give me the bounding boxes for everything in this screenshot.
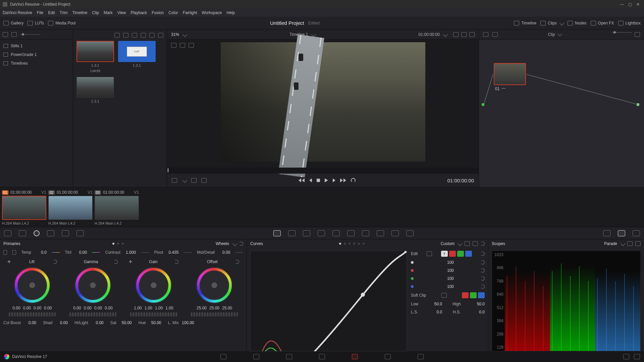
still-thumb[interactable]: 1.3.1 Leicht bbox=[76, 41, 114, 73]
hue-field[interactable]: Hue50.00 bbox=[139, 320, 161, 325]
more-icon[interactable] bbox=[158, 33, 163, 38]
chevron-down-icon[interactable] bbox=[232, 241, 237, 246]
menu-item[interactable]: Fairlight bbox=[183, 10, 197, 15]
play-button[interactable] bbox=[325, 178, 328, 182]
crosshair-icon[interactable]: ✛ bbox=[129, 259, 132, 264]
gamma-jog[interactable] bbox=[69, 312, 116, 316]
chevron-down-icon[interactable] bbox=[311, 32, 316, 37]
menu-item[interactable]: Help bbox=[226, 10, 235, 15]
reset-icon[interactable] bbox=[239, 242, 243, 246]
cut-page-icon[interactable] bbox=[253, 354, 259, 359]
clip-item[interactable]: 0101:00:00:00V1 H.264 Main L4.2 bbox=[2, 190, 46, 224]
colorchecker-icon[interactable] bbox=[19, 230, 26, 236]
keyframe-icon[interactable] bbox=[603, 230, 610, 236]
viewer-timecode[interactable]: 01:00:00:00 bbox=[419, 32, 440, 37]
gamma-wheel[interactable] bbox=[74, 267, 111, 304]
chevron-down-icon[interactable] bbox=[458, 241, 463, 246]
temp-field[interactable]: Temp0.0 bbox=[21, 250, 47, 255]
chevron-down-icon[interactable] bbox=[182, 32, 187, 37]
scopes-mode[interactable]: Parade bbox=[604, 241, 617, 246]
offset-wheel[interactable] bbox=[196, 267, 233, 304]
warper-icon[interactable] bbox=[288, 230, 296, 236]
unmix-icon[interactable] bbox=[191, 178, 197, 183]
blur-icon[interactable] bbox=[362, 230, 369, 236]
gamma-values[interactable]: 0.000.000.000.00 bbox=[73, 306, 112, 310]
lift-wheel[interactable] bbox=[14, 267, 51, 304]
gain-jog[interactable] bbox=[130, 312, 177, 316]
lmix-field[interactable]: L. Mix100.00 bbox=[168, 320, 194, 325]
contrast-field[interactable]: Contrast1.000 bbox=[105, 250, 136, 255]
lift-jog[interactable] bbox=[9, 312, 56, 316]
camera-raw-icon[interactable] bbox=[4, 230, 11, 236]
motion-icon[interactable] bbox=[76, 230, 84, 236]
reset-icon[interactable] bbox=[481, 285, 485, 289]
media-page-icon[interactable] bbox=[220, 354, 226, 359]
wand-icon[interactable] bbox=[189, 43, 194, 48]
awb-icon[interactable] bbox=[12, 250, 16, 255]
menu-item[interactable]: Clip bbox=[92, 10, 99, 15]
curves-palette-icon[interactable] bbox=[273, 230, 281, 236]
lift-values[interactable]: 0.000.000.000.00 bbox=[12, 306, 52, 310]
gain-wheel[interactable] bbox=[135, 267, 172, 304]
g-chip[interactable] bbox=[457, 251, 464, 257]
r-chip[interactable] bbox=[462, 292, 469, 298]
chevron-down-icon[interactable] bbox=[621, 241, 625, 246]
openfx-toggle[interactable]: Open FX bbox=[591, 21, 614, 25]
primaries-icon[interactable] bbox=[34, 230, 40, 236]
sizing-icon[interactable] bbox=[391, 230, 399, 236]
zoom-level[interactable]: 31% bbox=[171, 32, 179, 37]
r-intensity[interactable]: 100 bbox=[411, 268, 485, 273]
lightbox-toggle[interactable]: Lightbox bbox=[618, 21, 641, 25]
node-mode[interactable]: Clip bbox=[548, 32, 555, 37]
ls-field[interactable]: L.S.0.0H.S.0.0 bbox=[411, 310, 485, 314]
bypass-icon[interactable] bbox=[453, 32, 459, 37]
menu-item[interactable]: DaVinci Resolve bbox=[3, 10, 32, 15]
hand-icon[interactable] bbox=[492, 32, 498, 37]
menu-item[interactable]: File bbox=[37, 10, 43, 15]
sidebar-toggle-icon[interactable] bbox=[3, 32, 8, 37]
next-button[interactable] bbox=[333, 178, 335, 182]
edit-page-icon[interactable] bbox=[286, 354, 292, 359]
color-page-icon[interactable] bbox=[352, 354, 358, 359]
last-frame-button[interactable] bbox=[340, 178, 346, 182]
chevron-down-icon[interactable] bbox=[443, 32, 448, 37]
first-frame-button[interactable] bbox=[299, 178, 305, 182]
sort-icon[interactable] bbox=[114, 33, 120, 38]
stop-button[interactable] bbox=[317, 179, 320, 182]
menu-item[interactable]: Timeline bbox=[72, 10, 87, 15]
loop-button[interactable] bbox=[351, 178, 356, 183]
menu-item[interactable]: Trim bbox=[60, 10, 68, 15]
expand-icon[interactable] bbox=[461, 32, 467, 37]
key-icon[interactable] bbox=[377, 230, 384, 236]
sat-field[interactable]: Sat50.00 bbox=[110, 320, 132, 325]
search-icon[interactable] bbox=[141, 33, 146, 38]
still-thumb[interactable]: LUT 1.3.1 bbox=[118, 41, 156, 73]
list-view-icon[interactable] bbox=[132, 33, 137, 38]
viewer-more-icon[interactable] bbox=[469, 32, 475, 37]
clips-toggle[interactable]: Clips bbox=[540, 21, 564, 25]
deliver-page-icon[interactable] bbox=[418, 354, 424, 359]
chevron-down-icon[interactable] bbox=[182, 178, 187, 183]
crosshair-icon[interactable]: ✛ bbox=[7, 259, 11, 264]
reset-icon[interactable] bbox=[481, 268, 485, 273]
3d-icon[interactable] bbox=[406, 230, 414, 236]
middetail-field[interactable]: Mid/Detail0.00 bbox=[197, 250, 230, 255]
luts-toggle[interactable]: LUTs bbox=[28, 21, 44, 25]
curves-mode[interactable]: Custom bbox=[441, 241, 454, 246]
mute-icon[interactable] bbox=[201, 178, 207, 183]
y-intensity[interactable]: 100 bbox=[411, 260, 485, 265]
menu-item[interactable]: Fusion bbox=[152, 10, 164, 15]
reset-icon[interactable] bbox=[114, 260, 118, 264]
reset-icon[interactable] bbox=[481, 242, 485, 246]
gallery-album-stills[interactable]: Stills 1 bbox=[0, 42, 73, 50]
reset-icon[interactable] bbox=[481, 252, 485, 256]
fairlight-page-icon[interactable] bbox=[385, 354, 391, 359]
node-zoom-slider[interactable] bbox=[612, 32, 632, 33]
pointer-icon[interactable] bbox=[483, 32, 488, 37]
more-icon[interactable] bbox=[473, 241, 478, 246]
gallery-add-icon[interactable] bbox=[11, 32, 17, 37]
clip-item[interactable]: 0301:00:00:00V1 H.264 Main L4.2 bbox=[95, 190, 139, 224]
viewer-canvas[interactable] bbox=[221, 42, 425, 162]
fusion-page-icon[interactable] bbox=[319, 354, 325, 359]
menu-item[interactable]: Color bbox=[168, 10, 178, 15]
